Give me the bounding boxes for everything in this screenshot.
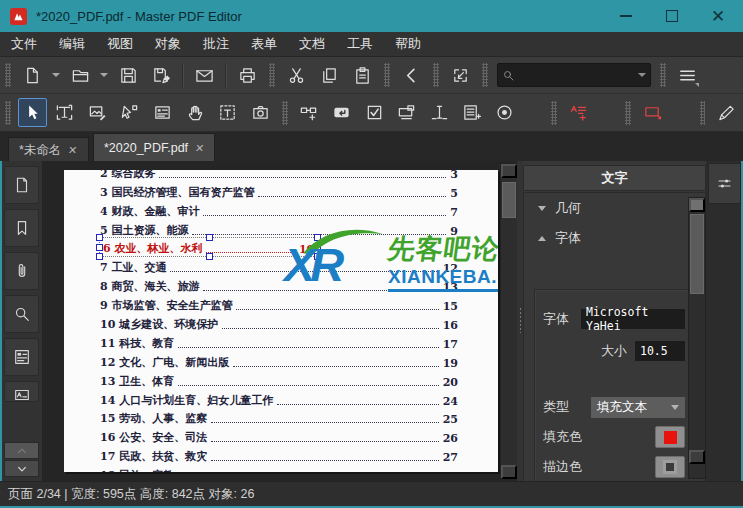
main-menu-button[interactable] — [673, 61, 702, 90]
properties-tab[interactable] — [708, 163, 741, 204]
sidebar-page-thumbnails-button[interactable] — [4, 166, 39, 204]
menu-item-9[interactable]: 帮助 — [384, 32, 432, 56]
cut-button[interactable] — [282, 61, 311, 90]
panel-scrollbar-thumb[interactable] — [690, 214, 704, 294]
toc-entry-10[interactable]: 10 城乡建设、环境保护16 — [100, 313, 458, 332]
toolbar-grip[interactable] — [482, 63, 488, 87]
section-font[interactable]: 字体 — [524, 223, 705, 253]
document-scrollbar[interactable] — [500, 163, 518, 480]
title-bar[interactable]: *2020_PDF.pdf - Master PDF Editor ✕ — [0, 0, 743, 32]
menu-item-1[interactable]: 文件 — [0, 32, 48, 56]
toc-entry-4[interactable]: 4 财政、金融、审计7 — [100, 200, 458, 219]
minimize-button[interactable] — [603, 0, 649, 32]
paste-button[interactable] — [348, 61, 377, 90]
listbox-field-tool-button[interactable] — [458, 98, 487, 127]
section-geometry[interactable]: 几何 — [524, 193, 705, 223]
selection-handle-bm[interactable] — [206, 253, 213, 260]
document-tab-2[interactable]: *2020_PDF.pdf✕ — [93, 133, 215, 162]
new-document-button[interactable] — [18, 61, 47, 90]
type-select[interactable]: 填充文本 — [591, 397, 685, 418]
email-button[interactable] — [190, 61, 219, 90]
toolbar-grip[interactable] — [5, 101, 11, 125]
toc-entry-13[interactable]: 13 卫生、体育20 — [100, 370, 458, 389]
combobox-field-tool-button[interactable] — [392, 98, 421, 127]
open-file-button[interactable] — [66, 61, 95, 90]
toolbar-grip[interactable] — [282, 101, 288, 125]
menu-item-8[interactable]: 工具 — [336, 32, 384, 56]
doc-scroll-up-button[interactable] — [501, 164, 517, 178]
select-tool-button[interactable] — [18, 98, 47, 127]
selection-handle-ml[interactable] — [96, 244, 103, 251]
toc-entry-12[interactable]: 12 文化、广电、新闻出版19 — [100, 351, 458, 370]
toolbar-grip[interactable] — [551, 101, 557, 125]
fill-color-button[interactable] — [655, 426, 685, 448]
edit-path-tool-button[interactable] — [116, 98, 145, 127]
menu-item-5[interactable]: 批注 — [192, 32, 240, 56]
toc-entry-3[interactable]: 3 国民经济管理、国有资产监管5 — [100, 181, 458, 200]
pen-annotation-tool-button[interactable] — [712, 98, 741, 127]
font-size-field[interactable]: 10.5 — [635, 341, 685, 361]
save-button[interactable] — [114, 61, 143, 90]
toc-entry-2[interactable]: 2 综合政务3 — [100, 170, 458, 181]
toolbar-grip[interactable] — [660, 63, 666, 87]
sidebar-form-fields-button[interactable] — [4, 338, 39, 376]
doc-scroll-down-button[interactable] — [501, 465, 517, 479]
sidebar-scroll-up-button[interactable] — [4, 442, 39, 459]
text-field-tool-button[interactable] — [425, 98, 454, 127]
menu-item-6[interactable]: 表单 — [240, 32, 288, 56]
rectangle-annotation-tool-button[interactable] — [638, 98, 667, 127]
selection-handle-tl[interactable] — [96, 234, 103, 241]
toolbar-grip[interactable] — [5, 63, 11, 87]
fit-page-button[interactable] — [446, 61, 475, 90]
print-button[interactable] — [233, 61, 262, 90]
panel-scroll-down-button[interactable] — [689, 450, 705, 464]
pdf-page[interactable]: 2 综合政务33 国民经济管理、国有资产监管54 财政、金融、审计75 国土资源… — [64, 170, 498, 472]
toolbar-grip[interactable] — [384, 63, 390, 87]
toc-entry-18[interactable]: 18 民族、宗教28 — [100, 464, 458, 472]
toc-entry-16[interactable]: 16 公安、安全、司法26 — [100, 426, 458, 445]
add-link-tool-button[interactable] — [295, 98, 324, 127]
toolbar-grip[interactable] — [625, 101, 631, 125]
toc-entry-17[interactable]: 17 民政、扶贫、救灾27 — [100, 445, 458, 464]
sidebar-attachments-button[interactable] — [4, 252, 39, 290]
sticky-note-annotation-tool-button[interactable] — [564, 98, 593, 127]
push-button-field-tool-button[interactable] — [327, 98, 356, 127]
radio-field-tool-button[interactable] — [490, 98, 519, 127]
maximize-button[interactable] — [649, 0, 695, 32]
panel-scrollbar[interactable] — [688, 197, 706, 479]
panel-scroll-up-button[interactable] — [689, 198, 705, 212]
sidebar-search-pane-button[interactable] — [4, 295, 39, 333]
close-button[interactable]: ✕ — [695, 0, 741, 32]
stroke-color-button[interactable] — [655, 456, 685, 478]
toolbar-grip[interactable] — [269, 63, 275, 87]
checkbox-field-tool-button[interactable] — [360, 98, 389, 127]
font-family-field[interactable]: Microsoft YaHei — [581, 309, 685, 329]
save-as-button[interactable] — [147, 61, 176, 90]
document-search-dropdown-button[interactable] — [634, 65, 650, 85]
back-button[interactable] — [397, 61, 426, 90]
document-search-input[interactable] — [519, 67, 634, 83]
open-file-dropdown-button[interactable] — [97, 61, 110, 90]
select-text-tool-button[interactable] — [213, 98, 242, 127]
menu-item-3[interactable]: 视图 — [96, 32, 144, 56]
toolbar-grip[interactable] — [700, 101, 706, 125]
edit-image-tool-button[interactable] — [83, 98, 112, 127]
tab-close-icon[interactable]: ✕ — [194, 142, 205, 155]
sidebar-bookmarks-button[interactable] — [4, 209, 39, 247]
doc-scrollbar-thumb[interactable] — [502, 182, 516, 218]
selection-handle-tm[interactable] — [206, 234, 213, 241]
sidebar-signatures-button[interactable] — [4, 381, 39, 402]
edit-text-tool-button[interactable] — [51, 98, 80, 127]
hand-tool-button[interactable] — [181, 98, 210, 127]
menu-item-7[interactable]: 文档 — [288, 32, 336, 56]
toc-entry-11[interactable]: 11 科技、教育17 — [100, 332, 458, 351]
selection-handle-bl[interactable] — [96, 253, 103, 260]
menu-item-4[interactable]: 对象 — [144, 32, 192, 56]
new-document-dropdown-button[interactable] — [49, 61, 62, 90]
menu-item-2[interactable]: 编辑 — [48, 32, 96, 56]
snapshot-tool-button[interactable] — [246, 98, 275, 127]
sidebar-scroll-down-button[interactable] — [4, 460, 39, 477]
tab-close-icon[interactable]: ✕ — [67, 144, 78, 157]
document-tab-1[interactable]: *未命名✕ — [8, 137, 89, 162]
toc-entry-15[interactable]: 15 劳动、人事、监察25 — [100, 408, 458, 427]
